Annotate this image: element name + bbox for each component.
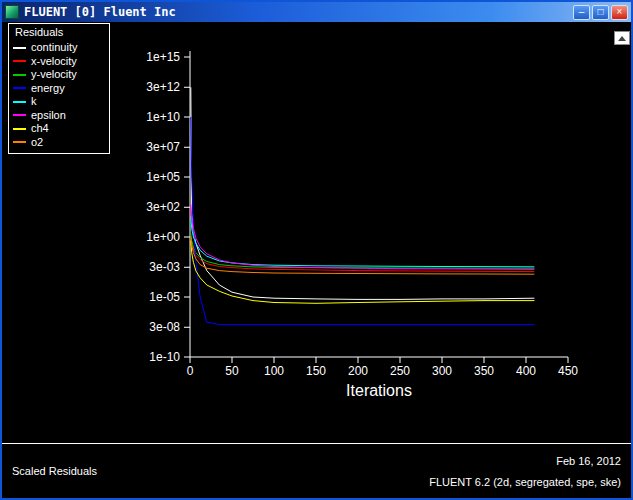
maximize-button[interactable]: □ [592, 5, 609, 20]
title-bar[interactable]: FLUENT [0] Fluent Inc – □ × [2, 2, 631, 22]
y-tick-label: 3e+07 [146, 140, 180, 154]
y-tick-label: 3e+12 [146, 80, 180, 94]
legend-item-label: epsilon [31, 109, 66, 123]
legend-item: o2 [13, 136, 105, 150]
legend-swatch [13, 74, 26, 76]
series-epsilon [191, 205, 535, 270]
scroll-up-icon [618, 36, 626, 41]
window-controls: – □ × [571, 5, 628, 20]
legend-swatch [13, 128, 26, 130]
legend-item: energy [13, 82, 105, 96]
app-version-text: FLUENT 6.2 (2d, segregated, spe, ske) [429, 476, 621, 488]
series-energy [191, 117, 535, 325]
legend-item-label: k [31, 95, 37, 109]
fluent-app-icon [5, 5, 19, 19]
y-tick-label: 1e+10 [146, 110, 180, 124]
x-tick-label: 100 [264, 364, 284, 378]
series-k [191, 217, 535, 267]
y-tick-label: 1e-10 [149, 350, 180, 364]
legend-item: x-velocity [13, 55, 105, 69]
x-axis-title: Iterations [279, 382, 479, 400]
date-text: Feb 16, 2012 [556, 455, 621, 467]
legend-swatch [13, 47, 26, 49]
scroll-up-button[interactable] [614, 31, 630, 45]
series-y-velocity [191, 233, 535, 268]
legend-item-label: y-velocity [31, 68, 77, 82]
y-tick-label: 1e+15 [146, 50, 180, 64]
x-tick-label: 300 [432, 364, 452, 378]
legend-item-label: continuity [31, 41, 77, 55]
y-tick-label: 3e-08 [149, 320, 180, 334]
legend-swatch [13, 114, 26, 116]
legend-item: ch4 [13, 122, 105, 136]
legend-item-label: ch4 [31, 122, 49, 136]
x-tick-label: 0 [187, 364, 194, 378]
y-tick-label: 1e+05 [146, 170, 180, 184]
graphics-area: 1e+153e+121e+103e+071e+053e+021e+003e-03… [2, 22, 631, 443]
legend-item: epsilon [13, 109, 105, 123]
x-tick-label: 250 [390, 364, 410, 378]
legend-item-label: x-velocity [31, 55, 77, 69]
caption-right: Feb 16, 2012 FLUENT 6.2 (2d, segregated,… [429, 455, 621, 488]
legend-swatch [13, 101, 26, 103]
legend-swatch [13, 60, 26, 62]
legend-swatch [13, 87, 26, 89]
x-tick-label: 50 [225, 364, 239, 378]
window-title: FLUENT [0] Fluent Inc [24, 5, 571, 19]
legend-title: Residuals [15, 26, 105, 39]
minimize-button[interactable]: – [573, 5, 590, 20]
plot-title-text: Scaled Residuals [12, 465, 97, 477]
y-tick-label: 3e-03 [149, 260, 180, 274]
caption-bar: Scaled Residuals Feb 16, 2012 FLUENT 6.2… [2, 443, 631, 498]
legend-item-label: o2 [31, 136, 43, 150]
legend-item-label: energy [31, 82, 65, 96]
x-tick-label: 150 [306, 364, 326, 378]
residuals-legend: Residuals continuityx-velocityy-velocity… [8, 23, 110, 154]
x-tick-label: 400 [516, 364, 536, 378]
legend-item: continuity [13, 41, 105, 55]
maximize-icon: □ [597, 7, 603, 17]
fluent-graphics-window: FLUENT [0] Fluent Inc – □ × 1e+153e+121e… [0, 0, 633, 500]
y-tick-label: 1e-05 [149, 290, 180, 304]
legend-item: k [13, 95, 105, 109]
y-tick-label: 1e+00 [146, 230, 180, 244]
x-tick-label: 350 [474, 364, 494, 378]
minimize-icon: – [579, 7, 585, 17]
x-tick-label: 200 [348, 364, 368, 378]
legend-swatch [13, 141, 26, 143]
legend-items: continuityx-velocityy-velocityenergykeps… [13, 41, 105, 149]
close-icon: × [617, 7, 623, 17]
y-tick-label: 3e+02 [146, 200, 180, 214]
x-tick-label: 450 [558, 364, 578, 378]
close-button[interactable]: × [611, 5, 628, 20]
legend-item: y-velocity [13, 68, 105, 82]
